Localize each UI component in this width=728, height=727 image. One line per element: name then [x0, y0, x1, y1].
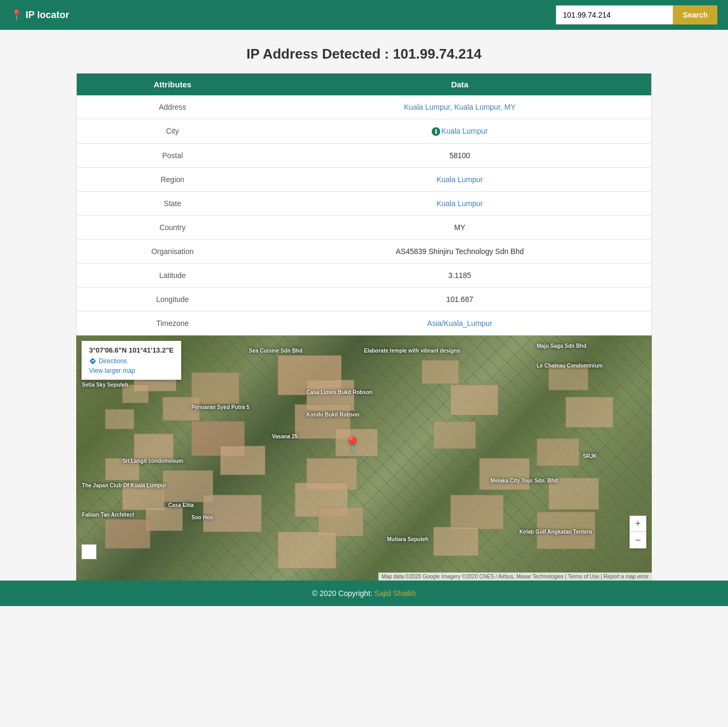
- map-label-japan-club: The Japan Club Of Kuala Lumpur: [82, 483, 166, 488]
- map-container: Sea Cuisine Sdn Bhd Elaborate temple wit…: [76, 336, 652, 581]
- view-larger-label: View larger map: [89, 367, 135, 374]
- table-row: Organisation AS45839 Shinjiru Technology…: [77, 240, 651, 264]
- data-city[interactable]: ℹKuala Lumpur: [268, 119, 651, 143]
- map-label-fabian: Fabian Tan Architect: [82, 512, 134, 518]
- map-label-setia-sky: Setia Sky Seputeh: [82, 382, 128, 388]
- data-state[interactable]: Kuala Lumpur: [268, 192, 651, 215]
- attr-state: State: [77, 192, 268, 215]
- attr-organisation: Organisation: [77, 240, 268, 263]
- attr-latitude: Latitude: [77, 264, 268, 287]
- header: 📍 IP locator Search: [0, 0, 728, 30]
- table-row: Address Kuala Lumpur, Kuala Lumpur, MY: [77, 95, 651, 119]
- table-row: City ℹKuala Lumpur: [77, 119, 651, 144]
- ip-address-highlight: 101.99.74.214: [393, 46, 481, 62]
- pin-icon: 📍: [11, 9, 22, 21]
- page-title: IP Address Detected : 101.99.74.214: [0, 30, 728, 73]
- table-row: Timezone Asia/Kuala_Lumpur: [77, 312, 651, 335]
- map-label-kondo: Kondo Bukit Robson: [306, 412, 359, 418]
- map-label-vasana: Vasana 25: [272, 434, 297, 439]
- table-row: Region Kuala Lumpur: [77, 168, 651, 192]
- data-longitude: 101.687: [268, 288, 651, 311]
- table-row: Longitude 101.687: [77, 288, 651, 312]
- zoom-out-button[interactable]: −: [630, 532, 646, 548]
- map-label-soo-hoo: Soo Hoo: [191, 514, 213, 520]
- map-label-sri-langit: Sri Langit condominium: [122, 458, 183, 464]
- map-label-sea-cuisine: Sea Cuisine Sdn Bhd: [249, 348, 303, 354]
- data-address[interactable]: Kuala Lumpur, Kuala Lumpur, MY: [268, 95, 651, 119]
- map-zoom-controls: + −: [629, 516, 646, 549]
- map-label-temple: Elaborate temple with vibrant designs: [364, 348, 460, 354]
- view-larger-link[interactable]: View larger map: [89, 367, 174, 374]
- attr-address: Address: [77, 95, 268, 119]
- map-label-maju: Maju Saga Sdn Bhd: [537, 343, 586, 349]
- col-data: Data: [268, 73, 651, 95]
- data-latitude: 3.1185: [268, 264, 651, 287]
- attr-postal: Postal: [77, 144, 268, 167]
- table-row: Country MY: [77, 216, 651, 240]
- table-row: State Kuala Lumpur: [77, 192, 651, 216]
- attr-city: City: [77, 119, 268, 143]
- table-row: Latitude 3.1185: [77, 264, 651, 288]
- data-timezone[interactable]: Asia/Kuala_Lumpur: [268, 312, 651, 335]
- footer-text-prefix: © 2020 Copyright:: [312, 589, 375, 598]
- footer-author-link[interactable]: Sajid Shaikh: [375, 589, 416, 598]
- table-header: Attributes Data: [77, 73, 651, 95]
- app-title: IP locator: [26, 10, 69, 21]
- map-label-persiaran: Persiaran Syed Putra 5: [191, 404, 249, 410]
- map-pin: 📍: [343, 436, 362, 453]
- data-table: Attributes Data Address Kuala Lumpur, Ku…: [76, 73, 652, 336]
- map-label-melaka: Melaka City Tour Sdn. Bhd.: [491, 478, 560, 484]
- directions-icon: [89, 357, 96, 365]
- map-info-box: 3°07'06.6"N 101°41'13.2"E Directions Vie…: [82, 341, 181, 380]
- title-prefix: IP Address Detected :: [247, 46, 393, 62]
- attr-timezone: Timezone: [77, 312, 268, 335]
- table-row: Postal 58100: [77, 144, 651, 168]
- map-label-lechateau: Le Chateau Condominium: [537, 363, 603, 369]
- footer: © 2020 Copyright: Sajid Shaikh: [0, 581, 728, 606]
- col-attributes: Attributes: [77, 73, 268, 95]
- attr-region: Region: [77, 168, 268, 191]
- map[interactable]: Sea Cuisine Sdn Bhd Elaborate temple wit…: [76, 336, 652, 581]
- footer-author: Sajid Shaikh: [375, 589, 416, 598]
- map-label-casa-elita: Casa Elita: [168, 502, 194, 508]
- map-toggle[interactable]: [82, 544, 96, 559]
- data-country: MY: [268, 216, 651, 239]
- data-postal: 58100: [268, 144, 651, 167]
- search-input[interactable]: [556, 5, 673, 24]
- app-logo: 📍 IP locator: [11, 9, 69, 21]
- directions-link[interactable]: Directions: [89, 357, 174, 365]
- map-attribution: Map data ©2020 Google Imagery ©2020 CNES…: [378, 573, 652, 581]
- map-label-kelab-golf: Kelab Golf Angkatan Tentera: [520, 529, 592, 535]
- search-button[interactable]: Search: [673, 5, 717, 24]
- info-icon: ℹ: [432, 127, 440, 136]
- data-organisation: AS45839 Shinjiru Technology Sdn Bhd: [268, 240, 651, 263]
- search-container: Search: [556, 5, 717, 24]
- attr-country: Country: [77, 216, 268, 239]
- map-label-casa-limini: Casa Limini Bukit Robson: [306, 389, 373, 395]
- map-label-mutiara: Mutiara Seputeh: [387, 536, 428, 542]
- zoom-in-button[interactable]: +: [630, 516, 646, 532]
- map-coords: 3°07'06.6"N 101°41'13.2"E: [89, 346, 174, 354]
- data-region[interactable]: Kuala Lumpur: [268, 168, 651, 191]
- map-label-srjk: SRJK: [583, 453, 597, 459]
- attr-longitude: Longitude: [77, 288, 268, 311]
- directions-label: Directions: [99, 357, 127, 365]
